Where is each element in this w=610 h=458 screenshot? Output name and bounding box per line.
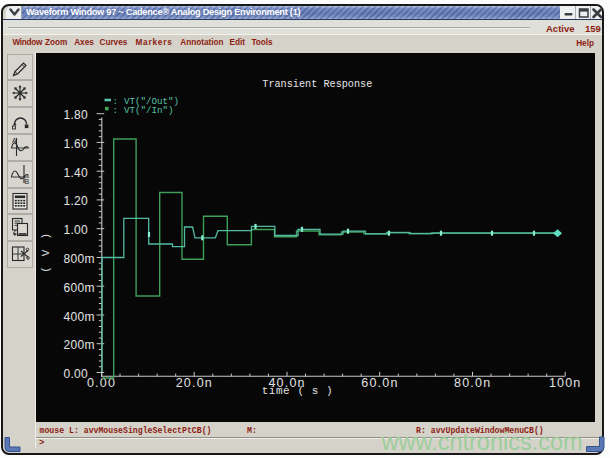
svg-text:VT("/In"): VT("/In"): [124, 105, 174, 116]
svg-text:20.0n: 20.0n: [176, 376, 213, 390]
svg-text:600m: 600m: [64, 281, 95, 295]
svg-text:Transient Response: Transient Response: [262, 79, 372, 90]
svg-text:time ( s ): time ( s ): [262, 385, 334, 397]
svg-text:1.40: 1.40: [64, 166, 89, 180]
svg-text::: :: [113, 105, 119, 116]
svg-text:200m: 200m: [64, 338, 95, 352]
svg-text:1.20: 1.20: [64, 194, 89, 208]
svg-text:( V ): ( V ): [40, 231, 52, 273]
svg-text:100n: 100n: [549, 376, 582, 390]
svg-text:1.60: 1.60: [64, 137, 89, 151]
svg-text:1.00: 1.00: [64, 223, 89, 237]
svg-text:400m: 400m: [64, 310, 95, 324]
svg-text:0.00: 0.00: [64, 367, 89, 381]
svg-text:800m: 800m: [64, 252, 95, 266]
svg-text:80.0n: 80.0n: [454, 376, 491, 390]
svg-text:60.0n: 60.0n: [361, 376, 398, 390]
svg-text:1.80: 1.80: [64, 108, 89, 122]
